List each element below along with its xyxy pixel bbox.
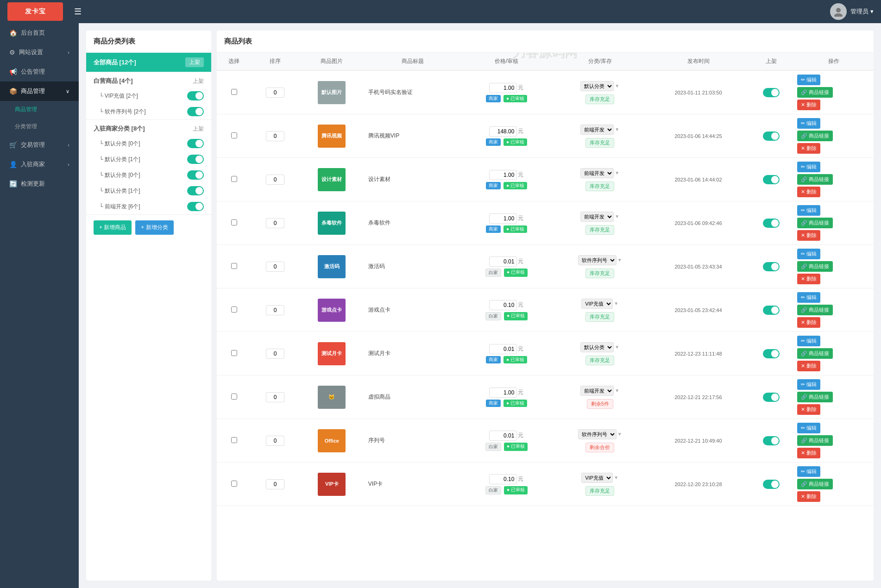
price-input-1[interactable] bbox=[489, 126, 517, 137]
toggle-default3[interactable] bbox=[187, 186, 204, 195]
hamburger-icon[interactable]: ☰ bbox=[70, 5, 85, 19]
delete-button-8[interactable]: ✕ 删除 bbox=[797, 448, 820, 458]
link-button-2[interactable]: 🔗 商品链接 bbox=[797, 174, 833, 185]
rank-input[interactable] bbox=[266, 349, 284, 359]
sidebar-item-dashboard[interactable]: 🏠 后台首页 bbox=[0, 23, 79, 43]
cat-select-1[interactable]: 前端开发 bbox=[580, 125, 614, 135]
rank-input[interactable] bbox=[266, 175, 284, 185]
cat-sub-default-0[interactable]: └ 默认分类 [0个] bbox=[86, 136, 211, 151]
delete-button-3[interactable]: ✕ 删除 bbox=[797, 230, 820, 241]
toggle-active-4[interactable] bbox=[763, 262, 780, 271]
rank-input[interactable] bbox=[266, 218, 284, 228]
cat-select-5[interactable]: VIP充值 bbox=[581, 299, 613, 309]
toggle-active-8[interactable] bbox=[763, 436, 780, 445]
price-input-4[interactable] bbox=[489, 256, 517, 267]
toggle-active-1[interactable] bbox=[763, 131, 780, 141]
toggle-active-2[interactable] bbox=[763, 175, 780, 184]
cat-sub-frontend[interactable]: └ 前端开发 [6个] bbox=[86, 199, 211, 214]
rank-input[interactable] bbox=[266, 88, 284, 98]
row-checkbox[interactable] bbox=[231, 350, 237, 356]
admin-name[interactable]: 管理员 ▾ bbox=[850, 7, 874, 16]
price-input-7[interactable] bbox=[489, 388, 517, 398]
price-input-5[interactable] bbox=[489, 300, 517, 310]
toggle-default1[interactable] bbox=[187, 155, 204, 164]
delete-button-2[interactable]: ✕ 删除 bbox=[797, 187, 820, 197]
sidebar-sub-product-manage[interactable]: 商品管理 bbox=[0, 101, 79, 118]
link-button-3[interactable]: 🔗 商品链接 bbox=[797, 218, 833, 228]
cat-select-4[interactable]: 软件序列号 bbox=[578, 255, 617, 265]
price-input-2[interactable] bbox=[489, 170, 517, 180]
cat-sub-default-1[interactable]: └ 默认分类 [1个] bbox=[86, 151, 211, 167]
toggle-active-7[interactable] bbox=[763, 393, 780, 402]
delete-button-0[interactable]: ✕ 删除 bbox=[797, 100, 820, 110]
row-checkbox[interactable] bbox=[231, 219, 237, 225]
sidebar-item-check-update[interactable]: 🔄 检测更新 bbox=[0, 174, 79, 194]
link-button-8[interactable]: 🔗 商品链接 bbox=[797, 435, 833, 446]
toggle-vip[interactable] bbox=[187, 91, 204, 100]
edit-button-7[interactable]: ✏ 编辑 bbox=[797, 379, 820, 390]
sidebar-item-product-mgmt[interactable]: 📦 商品管理 ∨ bbox=[0, 81, 79, 101]
add-category-button[interactable]: + 新增分类 bbox=[135, 220, 173, 235]
sidebar-sub-category-manage[interactable]: 分类管理 bbox=[0, 118, 79, 135]
link-button-1[interactable]: 🔗 商品链接 bbox=[797, 131, 833, 141]
toggle-frontend[interactable] bbox=[187, 202, 204, 211]
delete-button-1[interactable]: ✕ 删除 bbox=[797, 143, 820, 154]
row-checkbox[interactable] bbox=[231, 481, 237, 487]
toggle-active-5[interactable] bbox=[763, 306, 780, 315]
rank-input[interactable] bbox=[266, 392, 284, 402]
sidebar-item-announcement[interactable]: 📢 公告管理 bbox=[0, 62, 79, 81]
edit-button-0[interactable]: ✏ 编辑 bbox=[797, 75, 820, 85]
price-input-0[interactable] bbox=[489, 83, 517, 93]
cat-sub-default-3[interactable]: └ 默认分类 [1个] bbox=[86, 183, 211, 199]
row-checkbox[interactable] bbox=[231, 176, 237, 182]
cat-sub-serial[interactable]: └ 软件序列号 [2个] bbox=[86, 104, 211, 119]
toggle-default2[interactable] bbox=[187, 170, 204, 180]
cat-sub-default-2[interactable]: └ 默认分类 [0个] bbox=[86, 167, 211, 183]
toggle-serial[interactable] bbox=[187, 107, 204, 116]
cat-select-8[interactable]: 软件序列号 bbox=[578, 429, 617, 439]
link-button-4[interactable]: 🔗 商品链接 bbox=[797, 261, 833, 272]
toggle-active-3[interactable] bbox=[763, 219, 780, 228]
row-checkbox[interactable] bbox=[231, 394, 237, 400]
delete-button-5[interactable]: ✕ 删除 bbox=[797, 317, 820, 328]
cat-select-2[interactable]: 前端开发 bbox=[580, 168, 614, 178]
row-checkbox[interactable] bbox=[231, 307, 237, 313]
toggle-active-0[interactable] bbox=[763, 88, 780, 97]
cat-select-0[interactable]: 默认分类 bbox=[580, 81, 614, 91]
rank-input[interactable] bbox=[266, 479, 284, 489]
toggle-active-9[interactable] bbox=[763, 480, 780, 489]
delete-button-4[interactable]: ✕ 删除 bbox=[797, 274, 820, 284]
rank-input[interactable] bbox=[266, 305, 284, 315]
delete-button-6[interactable]: ✕ 删除 bbox=[797, 361, 820, 371]
price-input-6[interactable] bbox=[489, 344, 517, 354]
row-checkbox[interactable] bbox=[231, 437, 237, 443]
link-button-6[interactable]: 🔗 商品链接 bbox=[797, 348, 833, 359]
cat-item-all[interactable]: 全部商品 [12个] 上架 bbox=[86, 53, 211, 72]
sidebar-item-transaction[interactable]: 🛒 交易管理 › bbox=[0, 135, 79, 155]
edit-button-1[interactable]: ✏ 编辑 bbox=[797, 118, 820, 129]
price-input-8[interactable] bbox=[489, 431, 517, 441]
edit-button-5[interactable]: ✏ 编辑 bbox=[797, 292, 820, 303]
price-input-3[interactable] bbox=[489, 213, 517, 224]
row-checkbox[interactable] bbox=[231, 132, 237, 138]
add-product-button[interactable]: + 新增商品 bbox=[94, 220, 132, 235]
sidebar-item-settings[interactable]: ⚙ 网站设置 › bbox=[0, 43, 79, 62]
toggle-default0[interactable] bbox=[187, 139, 204, 148]
cat-select-9[interactable]: VIP充值 bbox=[581, 473, 613, 483]
link-button-5[interactable]: 🔗 商品链接 bbox=[797, 305, 833, 315]
sidebar-item-merchant[interactable]: 👤 入驻商家 › bbox=[0, 155, 79, 174]
edit-button-8[interactable]: ✏ 编辑 bbox=[797, 423, 820, 433]
row-checkbox[interactable] bbox=[231, 263, 237, 269]
link-button-9[interactable]: 🔗 商品链接 bbox=[797, 479, 833, 489]
delete-button-7[interactable]: ✕ 删除 bbox=[797, 404, 820, 415]
toggle-active-6[interactable] bbox=[763, 349, 780, 358]
rank-input[interactable] bbox=[266, 262, 284, 272]
edit-button-3[interactable]: ✏ 编辑 bbox=[797, 205, 820, 216]
link-button-0[interactable]: 🔗 商品链接 bbox=[797, 87, 833, 98]
edit-button-9[interactable]: ✏ 编辑 bbox=[797, 466, 820, 477]
cat-select-3[interactable]: 前端开发 bbox=[580, 212, 614, 222]
edit-button-6[interactable]: ✏ 编辑 bbox=[797, 336, 820, 346]
edit-button-2[interactable]: ✏ 编辑 bbox=[797, 162, 820, 172]
row-checkbox[interactable] bbox=[231, 89, 237, 95]
link-button-7[interactable]: 🔗 商品链接 bbox=[797, 392, 833, 402]
